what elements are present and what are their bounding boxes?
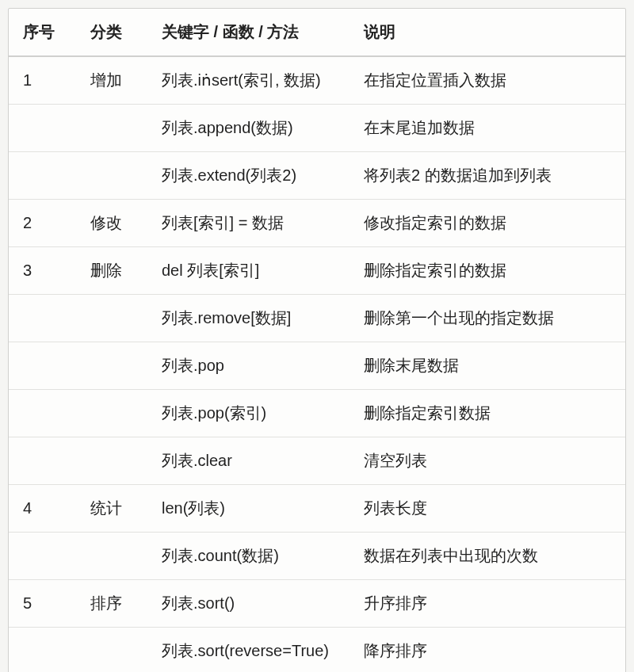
cell-desc: 将列表2 的数据追加到列表 bbox=[349, 152, 625, 200]
cell-category: 删除 bbox=[76, 247, 147, 295]
header-num: 序号 bbox=[9, 9, 76, 56]
cell-keyword: 列表.sort() bbox=[147, 580, 349, 628]
cell-desc: 删除指定索引的数据 bbox=[349, 247, 625, 295]
cell-category bbox=[76, 295, 147, 342]
cell-desc: 升序排序 bbox=[349, 580, 625, 628]
cell-keyword: 列表.remove[数据] bbox=[147, 295, 349, 342]
table-row: 3 删除 del 列表[索引] 删除指定索引的数据 bbox=[9, 247, 625, 295]
cell-num bbox=[9, 105, 76, 152]
cell-category: 增加 bbox=[76, 56, 147, 105]
cell-num: 5 bbox=[9, 580, 76, 628]
cell-num bbox=[9, 533, 76, 580]
table-row: 1 增加 列表.iṅsert(索引, 数据) 在指定位置插入数据 bbox=[9, 56, 625, 105]
cell-category: 统计 bbox=[76, 485, 147, 533]
table-row: 4 统计 len(列表) 列表长度 bbox=[9, 485, 625, 533]
cell-desc: 清空列表 bbox=[349, 437, 625, 485]
cell-num bbox=[9, 342, 76, 390]
cell-num: 1 bbox=[9, 56, 76, 105]
table-row: 列表.sort(reverse=True) 降序排序 bbox=[9, 628, 625, 673]
cell-category bbox=[76, 105, 147, 152]
cell-category: 排序 bbox=[76, 580, 147, 628]
cell-category: 修改 bbox=[76, 200, 147, 247]
cell-num: 2 bbox=[9, 200, 76, 247]
cell-num bbox=[9, 628, 76, 673]
cell-desc: 在指定位置插入数据 bbox=[349, 56, 625, 105]
cell-desc: 删除第一个出现的指定数据 bbox=[349, 295, 625, 342]
cell-num bbox=[9, 295, 76, 342]
cell-desc: 在末尾追加数据 bbox=[349, 105, 625, 152]
cell-num: 4 bbox=[9, 485, 76, 533]
cell-keyword: 列表.sort(reverse=True) bbox=[147, 628, 349, 673]
cell-desc: 删除末尾数据 bbox=[349, 342, 625, 390]
header-keyword: 关键字 / 函数 / 方法 bbox=[147, 9, 349, 56]
cell-keyword: 列表.iṅsert(索引, 数据) bbox=[147, 56, 349, 105]
cell-num: 3 bbox=[9, 247, 76, 295]
table-row: 列表.count(数据) 数据在列表中出现的次数 bbox=[9, 533, 625, 580]
cell-keyword: 列表[索引] = 数据 bbox=[147, 200, 349, 247]
cell-category bbox=[76, 533, 147, 580]
cell-category bbox=[76, 390, 147, 437]
table-row: 列表.remove[数据] 删除第一个出现的指定数据 bbox=[9, 295, 625, 342]
cell-num bbox=[9, 152, 76, 200]
cell-desc: 降序排序 bbox=[349, 628, 625, 673]
cell-keyword: len(列表) bbox=[147, 485, 349, 533]
header-category: 分类 bbox=[76, 9, 147, 56]
header-desc: 说明 bbox=[349, 9, 625, 56]
table-row: 5 排序 列表.sort() 升序排序 bbox=[9, 580, 625, 628]
cell-desc: 修改指定索引的数据 bbox=[349, 200, 625, 247]
list-methods-table-wrap: 序号 分类 关键字 / 函数 / 方法 说明 1 增加 列表.iṅsert(索引… bbox=[8, 8, 626, 672]
cell-keyword: 列表.pop(索引) bbox=[147, 390, 349, 437]
cell-keyword: 列表.clear bbox=[147, 437, 349, 485]
cell-category bbox=[76, 437, 147, 485]
cell-desc: 删除指定索引数据 bbox=[349, 390, 625, 437]
cell-keyword: del 列表[索引] bbox=[147, 247, 349, 295]
cell-desc: 列表长度 bbox=[349, 485, 625, 533]
cell-category bbox=[76, 152, 147, 200]
cell-keyword: 列表.extend(列表2) bbox=[147, 152, 349, 200]
cell-desc: 数据在列表中出现的次数 bbox=[349, 533, 625, 580]
table-row: 列表.clear 清空列表 bbox=[9, 437, 625, 485]
table-row: 列表.pop(索引) 删除指定索引数据 bbox=[9, 390, 625, 437]
cell-keyword: 列表.pop bbox=[147, 342, 349, 390]
cell-keyword: 列表.count(数据) bbox=[147, 533, 349, 580]
cell-keyword: 列表.append(数据) bbox=[147, 105, 349, 152]
list-methods-table: 序号 分类 关键字 / 函数 / 方法 说明 1 增加 列表.iṅsert(索引… bbox=[9, 9, 625, 672]
cell-num bbox=[9, 390, 76, 437]
cell-category bbox=[76, 342, 147, 390]
table-header-row: 序号 分类 关键字 / 函数 / 方法 说明 bbox=[9, 9, 625, 56]
cell-num bbox=[9, 437, 76, 485]
table-row: 列表.pop 删除末尾数据 bbox=[9, 342, 625, 390]
cell-category bbox=[76, 628, 147, 673]
table-row: 列表.append(数据) 在末尾追加数据 bbox=[9, 105, 625, 152]
table-row: 2 修改 列表[索引] = 数据 修改指定索引的数据 bbox=[9, 200, 625, 247]
table-row: 列表.extend(列表2) 将列表2 的数据追加到列表 bbox=[9, 152, 625, 200]
